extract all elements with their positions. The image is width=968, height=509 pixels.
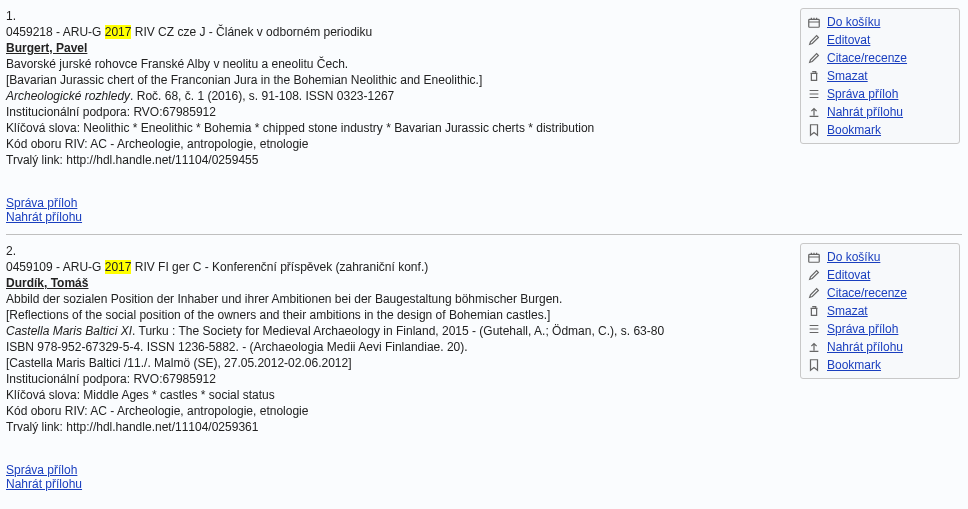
bottom-links: Správa příloh Nahrát přílohu [6,463,786,491]
actions-panel: Do košíku Editovat Citace/recenze Smazat… [800,243,960,379]
action-attach-upload[interactable]: Nahrát přílohu [807,103,953,121]
bottom-links: Správa příloh Nahrát přílohu [6,196,786,224]
action-edit[interactable]: Editovat [807,266,953,284]
pencil-icon [807,286,821,300]
basket-icon [807,15,821,29]
record-content: 2. 0459109 - ARU-G 2017 RIV FI ger C - K… [6,243,786,491]
actions-panel: Do košíku Editovat Citace/recenze Smazat… [800,8,960,144]
list-icon [807,322,821,336]
bookmark-icon [807,358,821,372]
record: Do košíku Editovat Citace/recenze Smazat… [6,239,962,497]
action-label[interactable]: Bookmark [827,357,881,373]
pencil-icon [807,268,821,282]
permalink: Trvalý link: http://hdl.handle.net/11104… [6,419,786,435]
action-label[interactable]: Smazat [827,303,868,319]
riv-code: Kód oboru RIV: AC - Archeologie, antropo… [6,136,786,152]
action-label[interactable]: Správa příloh [827,86,898,102]
isbn: ISBN 978-952-67329-5-4. ISSN 1236-5882. … [6,339,786,355]
record-number: 2. [6,243,786,259]
action-label[interactable]: Do košíku [827,14,880,30]
riv-code: Kód oboru RIV: AC - Archeologie, antropo… [6,403,786,419]
record-number: 1. [6,8,786,24]
action-attach-upload[interactable]: Nahrát přílohu [807,338,953,356]
author: Durdík, Tomáš [6,276,88,290]
conference: [Castella Maris Baltici /11./. Malmö (SE… [6,355,786,371]
bookmark-icon [807,123,821,137]
basket-icon [807,250,821,264]
upload-icon [807,105,821,119]
action-label[interactable]: Editovat [827,32,870,48]
upload-attachment-link[interactable]: Nahrát přílohu [6,477,82,491]
record-id: 0459218 - ARU-G 2017 RIV CZ cze J - Člán… [6,24,786,40]
upload-icon [807,340,821,354]
action-label[interactable]: Smazat [827,68,868,84]
action-bookmark[interactable]: Bookmark [807,356,953,374]
inst-support: Institucionální podpora: RVO:67985912 [6,371,786,387]
keywords: Klíčová slova: Middle Ages * castles * s… [6,387,786,403]
manage-attachments-link[interactable]: Správa příloh [6,463,77,477]
action-label[interactable]: Nahrát přílohu [827,339,903,355]
manage-attachments-link[interactable]: Správa příloh [6,196,77,210]
action-basket[interactable]: Do košíku [807,13,953,31]
pencil-icon [807,33,821,47]
upload-attachment-link[interactable]: Nahrát přílohu [6,210,82,224]
action-cite[interactable]: Citace/recenze [807,49,953,67]
title-native: Abbild der sozialen Position der Inhaber… [6,291,786,307]
author: Burgert, Pavel [6,41,87,55]
action-label[interactable]: Editovat [827,267,870,283]
action-delete[interactable]: Smazat [807,302,953,320]
action-label[interactable]: Citace/recenze [827,285,907,301]
action-label[interactable]: Citace/recenze [827,50,907,66]
trash-icon [807,69,821,83]
year-highlight: 2017 [105,260,132,274]
action-label[interactable]: Správa příloh [827,321,898,337]
pencil-icon [807,51,821,65]
record: Do košíku Editovat Citace/recenze Smazat… [6,4,962,230]
record-id: 0459109 - ARU-G 2017 RIV FI ger C - Konf… [6,259,786,275]
separator [6,234,962,235]
svg-rect-0 [809,19,820,27]
permalink: Trvalý link: http://hdl.handle.net/11104… [6,152,786,168]
source: Archeologické rozhledy. Roč. 68, č. 1 (2… [6,88,786,104]
title-translated: [Bavarian Jurassic chert of the Franconi… [6,72,786,88]
trash-icon [807,304,821,318]
action-label[interactable]: Nahrát přílohu [827,104,903,120]
keywords: Klíčová slova: Neolithic * Eneolithic * … [6,120,786,136]
svg-rect-1 [809,254,820,262]
action-edit[interactable]: Editovat [807,31,953,49]
title-translated: [Reflections of the social position of t… [6,307,786,323]
inst-support: Institucionální podpora: RVO:67985912 [6,104,786,120]
year-highlight: 2017 [105,25,132,39]
action-cite[interactable]: Citace/recenze [807,284,953,302]
source: Castella Maris Baltici XI. Turku : The S… [6,323,786,339]
action-basket[interactable]: Do košíku [807,248,953,266]
action-delete[interactable]: Smazat [807,67,953,85]
action-label[interactable]: Do košíku [827,249,880,265]
action-attach-manage[interactable]: Správa příloh [807,85,953,103]
action-attach-manage[interactable]: Správa příloh [807,320,953,338]
action-label[interactable]: Bookmark [827,122,881,138]
action-bookmark[interactable]: Bookmark [807,121,953,139]
list-icon [807,87,821,101]
title-native: Bavorské jurské rohovce Franské Alby v n… [6,56,786,72]
record-content: 1. 0459218 - ARU-G 2017 RIV CZ cze J - Č… [6,8,786,224]
